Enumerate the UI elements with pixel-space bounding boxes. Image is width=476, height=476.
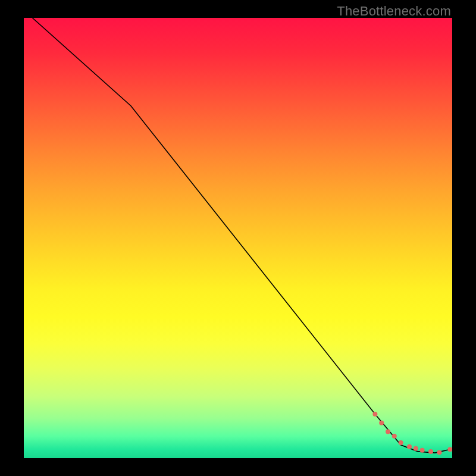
chart-svg	[24, 18, 452, 458]
data-point	[437, 450, 441, 455]
data-point	[407, 444, 412, 449]
data-point	[372, 412, 377, 416]
bottleneck-curve	[32, 18, 450, 453]
brand-watermark: TheBottleneck.com	[337, 4, 451, 19]
data-point	[379, 421, 384, 425]
plot-area	[24, 18, 452, 458]
data-point	[399, 440, 403, 445]
data-point	[428, 449, 433, 454]
data-point	[392, 434, 397, 439]
data-point	[420, 448, 425, 453]
data-point	[414, 446, 418, 451]
chart-frame: TheBottleneck.com	[0, 0, 476, 476]
data-point	[447, 447, 452, 452]
marker-group	[372, 412, 452, 455]
data-point	[386, 430, 390, 434]
